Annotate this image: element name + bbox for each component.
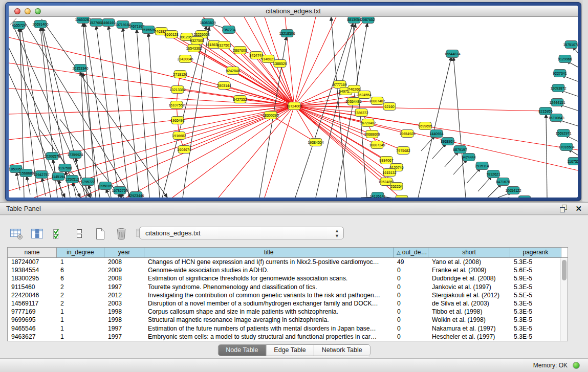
table-cell[interactable]: 2012 xyxy=(104,291,144,299)
graph-node[interactable]: 19384554 xyxy=(308,139,323,146)
graph-node[interactable]: 16782759 xyxy=(112,187,127,194)
graph-node[interactable]: 8427552 xyxy=(233,96,247,103)
table-cell[interactable]: 0 xyxy=(394,324,428,333)
graph-node[interactable]: 12093872 xyxy=(550,84,566,92)
table-cell[interactable]: 5.6E-5 xyxy=(510,266,561,274)
graph-node[interactable]: 8660128 xyxy=(164,31,178,38)
table-cell[interactable]: Estimation of significance thresholds fo… xyxy=(144,274,394,282)
table-cell[interactable]: 0 xyxy=(394,316,428,324)
graph-node[interactable]: 11568689 xyxy=(18,169,34,177)
graph-node[interactable]: 7357234 xyxy=(222,26,235,34)
table-cell[interactable]: Embryonic stem cells: a model to study s… xyxy=(144,333,394,341)
graph-node[interactable]: 2718126 xyxy=(173,71,187,78)
table-cell[interactable]: 9463627 xyxy=(8,333,57,341)
table-cell[interactable]: Changes of HCN gene expression and I(f) … xyxy=(144,258,394,266)
graph-node[interactable]: 9242848 xyxy=(226,67,239,75)
table-row[interactable]: 2242004622012Investigating the contribut… xyxy=(8,291,568,299)
graph-node[interactable]: 9884067 xyxy=(379,157,393,164)
close-window-button[interactable] xyxy=(14,8,20,14)
table-cell[interactable]: 14569117 xyxy=(8,299,57,308)
table-cell[interactable]: 5.3E-5 xyxy=(510,324,561,333)
table-cell[interactable]: 1 xyxy=(57,258,104,266)
table-cell[interactable]: 5.5E-5 xyxy=(510,291,561,299)
table-cell[interactable]: 1998 xyxy=(104,308,144,316)
graph-node[interactable]: 13958167 xyxy=(97,182,113,190)
graph-node[interactable]: 16107552 xyxy=(168,101,184,109)
graph-node[interactable]: 9197588 xyxy=(58,164,72,172)
graph-node[interactable]: 6879197 xyxy=(453,146,467,154)
table-cell[interactable]: 19384554 xyxy=(8,266,57,274)
graph-node[interactable]: 7515526 xyxy=(141,26,155,34)
graph-node[interactable]: 2867608 xyxy=(233,47,247,54)
table-cell[interactable]: 1 xyxy=(57,316,104,324)
table-cell[interactable]: 0 xyxy=(394,308,428,316)
graph-node[interactable]: 10688609 xyxy=(364,130,380,138)
network-view-window[interactable]: citations_edges.txt 18724007746382286601… xyxy=(5,2,581,201)
graph-node[interactable]: 20364486 xyxy=(345,98,361,105)
table-cell[interactable]: 0 xyxy=(394,266,428,274)
table-cell[interactable]: 2 xyxy=(57,299,104,308)
table-cell[interactable]: 2 xyxy=(57,283,104,291)
graph-node[interactable]: 6466160 xyxy=(101,19,115,27)
graph-node[interactable]: 15692971 xyxy=(555,129,571,137)
table-row[interactable]: 1872400712008Changes of HCN gene express… xyxy=(8,258,568,266)
graph-node[interactable]: 13218506 xyxy=(279,30,295,37)
table-cell[interactable]: 2 xyxy=(57,291,104,299)
graph-node[interactable]: 9327508 xyxy=(190,37,204,45)
graph-node[interactable]: 23420046 xyxy=(177,55,193,63)
table-row[interactable]: 911546021997Tourette syndrome. Phenomeno… xyxy=(8,283,568,291)
table-row[interactable]: 1938455462009Genome-wide association stu… xyxy=(8,266,568,274)
graph-node[interactable]: 2803144 xyxy=(217,82,231,90)
column-header-in-degree[interactable]: in_degree xyxy=(57,248,104,257)
table-cell[interactable]: 5.3E-5 xyxy=(510,258,561,266)
table-cell[interactable]: 2008 xyxy=(104,258,144,266)
table-cell[interactable]: 18300295 xyxy=(8,274,57,282)
table-cell[interactable]: Estimation of the future numbers of pati… xyxy=(144,324,394,333)
graph-node[interactable]: 13213382 xyxy=(169,86,185,94)
graph-node[interactable]: 1388520 xyxy=(273,60,287,68)
graph-node[interactable]: 1145194 xyxy=(52,173,66,181)
graph-node[interactable]: 17359924 xyxy=(67,151,83,159)
graph-node[interactable]: 16083809 xyxy=(200,19,215,27)
graph-node[interactable]: 18724007 xyxy=(286,102,302,110)
table-cell[interactable]: 22420046 xyxy=(8,291,57,299)
tab-edge-table[interactable]: Edge Table xyxy=(266,345,313,356)
graph-node[interactable]: 9129966 xyxy=(558,55,572,63)
table-cell[interactable]: 0 xyxy=(394,291,428,299)
table-cell[interactable]: 9777169 xyxy=(8,308,57,316)
table-row[interactable]: 946362711997Embryonic stem cells: a mode… xyxy=(8,333,568,341)
table-cell[interactable]: 9115460 xyxy=(8,283,57,291)
graph-node[interactable]: 20153346 xyxy=(72,64,88,72)
graph-node[interactable]: 17016504 xyxy=(558,143,574,151)
table-cell[interactable]: Jankovic et al. (1997) xyxy=(428,283,510,291)
table-cell[interactable]: Structural magnetic resonance image aver… xyxy=(144,316,394,324)
table-cell[interactable]: 2008 xyxy=(104,274,144,282)
graph-node[interactable]: 1250513 xyxy=(65,176,79,183)
graph-node[interactable]: 16543362 xyxy=(186,45,202,52)
graph-node[interactable]: 1167533 xyxy=(568,158,578,165)
column-header-name[interactable]: name xyxy=(8,248,57,257)
graph-node[interactable]: 8471678 xyxy=(496,178,510,186)
network-canvas[interactable]: 1872400774638228660128891295423226058932… xyxy=(9,17,578,198)
graph-node[interactable]: 20206576 xyxy=(44,152,60,160)
scrollbar-thumb[interactable] xyxy=(562,260,567,280)
tab-node-table[interactable]: Node Table xyxy=(218,345,266,356)
table-cell[interactable]: Nakamura et al. (1997) xyxy=(428,324,510,333)
float-panel-icon[interactable] xyxy=(559,204,568,213)
table-cell[interactable]: 5.3E-5 xyxy=(510,283,561,291)
graph-node[interactable]: 16720407 xyxy=(360,119,376,127)
column-header-year[interactable]: year xyxy=(104,248,144,257)
column-header-short[interactable]: short xyxy=(428,248,510,257)
graph-node[interactable]: 2935114 xyxy=(475,162,489,170)
graph-node[interactable]: 10654122 xyxy=(505,187,521,194)
table-cell[interactable]: 9465546 xyxy=(8,324,57,333)
table-cell[interactable]: Stergiakouli et al. (2012) xyxy=(428,291,510,299)
table-cell[interactable]: Yano et al. (2008) xyxy=(428,258,510,266)
graph-node[interactable]: 8813054 xyxy=(347,17,361,24)
graph-node[interactable]: 10653287 xyxy=(75,17,91,24)
table-cell[interactable]: Dudbridge et al. (2008) xyxy=(428,274,510,282)
citation-graph[interactable]: 1872400774638228660128891295423226058932… xyxy=(9,17,578,198)
table-cell[interactable]: 1997 xyxy=(104,333,144,341)
table-cell[interactable]: 0 xyxy=(394,333,428,341)
table-cell[interactable]: 18724007 xyxy=(8,258,57,266)
